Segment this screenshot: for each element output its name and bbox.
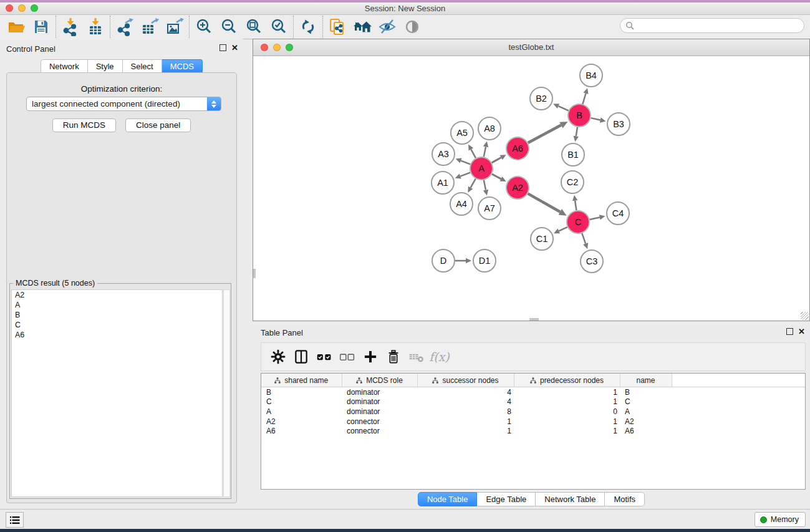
graph-node-C1[interactable]: C1: [531, 228, 553, 250]
search-input[interactable]: [635, 21, 793, 31]
run-mcds-button[interactable]: Run MCDS: [52, 118, 116, 132]
table-cell[interactable]: 8: [417, 407, 514, 417]
graph-node-B4[interactable]: B4: [580, 64, 602, 87]
table-cell[interactable]: 1: [514, 417, 620, 427]
network-resize-grip[interactable]: [801, 312, 809, 320]
graph-node-A8[interactable]: A8: [478, 117, 501, 140]
graph-node-B[interactable]: B: [568, 104, 591, 127]
close-panel-button[interactable]: Close panel: [125, 118, 191, 132]
mcds-result-item[interactable]: A2: [12, 290, 222, 300]
graph-node-A1[interactable]: A1: [432, 172, 454, 194]
table-cell[interactable]: dominator: [342, 407, 417, 417]
mcds-result-item[interactable]: A: [12, 300, 222, 310]
tab-select[interactable]: Select: [123, 59, 162, 74]
tab-network-table[interactable]: Network Table: [536, 492, 605, 506]
tab-network[interactable]: Network: [41, 59, 88, 74]
table-cell[interactable]: dominator: [342, 397, 417, 407]
table-row[interactable]: A2connector11A2: [261, 417, 805, 427]
delete-table-icon[interactable]: [405, 345, 428, 369]
column-header-predecessor-nodes[interactable]: predecessor nodes: [514, 374, 620, 387]
table-cell[interactable]: connector: [342, 417, 417, 427]
mcds-result-item[interactable]: C: [12, 320, 222, 330]
show-graphics-details-icon[interactable]: [400, 16, 425, 37]
table-row[interactable]: A6connector11A6: [261, 426, 805, 436]
graph-node-B3[interactable]: B3: [607, 113, 630, 135]
float-panel-icon[interactable]: [219, 44, 226, 51]
graph-node-A4[interactable]: A4: [450, 193, 473, 215]
import-network-icon[interactable]: [58, 16, 83, 37]
table-cell[interactable]: 1: [514, 387, 620, 397]
delete-row-icon[interactable]: [382, 345, 405, 369]
graph-node-C2[interactable]: C2: [561, 171, 584, 193]
save-session-icon[interactable]: [29, 16, 54, 37]
zoom-fit-icon[interactable]: [241, 16, 266, 37]
select-all-icon[interactable]: [312, 345, 335, 369]
graph-node-D1[interactable]: D1: [473, 249, 496, 272]
graph-node-A3[interactable]: A3: [432, 143, 455, 165]
table-cell[interactable]: C: [261, 397, 342, 407]
tab-node-table[interactable]: Node Table: [418, 492, 478, 506]
network-canvas[interactable]: AA1A2A3A4A5A6A7A8BB1B2B3B4CC1C2C3C4DD1: [253, 56, 809, 321]
graph-node-C3[interactable]: C3: [581, 250, 603, 273]
column-header-shared-name[interactable]: shared name: [261, 374, 342, 387]
zoom-in-icon[interactable]: [191, 16, 216, 37]
table-cell[interactable]: B: [261, 387, 342, 397]
deselect-all-icon[interactable]: [335, 345, 359, 369]
table-cell[interactable]: A6: [620, 426, 672, 436]
open-session-icon[interactable]: [4, 16, 29, 37]
column-header-MCDS-role[interactable]: MCDS role: [342, 374, 417, 387]
graph-node-C4[interactable]: C4: [607, 202, 629, 225]
table-cell[interactable]: A6: [261, 426, 342, 436]
search-box[interactable]: [620, 18, 804, 33]
graph-node-A5[interactable]: A5: [451, 122, 473, 144]
close-panel-icon[interactable]: ✕: [231, 44, 238, 51]
table-cell[interactable]: 1: [417, 417, 514, 427]
tab-motifs[interactable]: Motifs: [605, 492, 645, 506]
tab-edge-table[interactable]: Edge Table: [477, 492, 536, 506]
table-row[interactable]: Adominator80A: [261, 407, 805, 417]
table-cell[interactable]: 1: [417, 426, 514, 436]
export-table-icon[interactable]: [137, 16, 162, 37]
column-header-name[interactable]: name: [620, 374, 672, 387]
task-history-button[interactable]: [6, 512, 24, 528]
graph-node-B2[interactable]: B2: [530, 87, 552, 110]
mcds-result-item[interactable]: A6: [12, 330, 222, 340]
graph-node-A6[interactable]: A6: [506, 137, 529, 160]
table-cell[interactable]: A: [620, 407, 672, 417]
table-row[interactable]: Cdominator41C: [261, 397, 805, 407]
table-cell[interactable]: 1: [514, 426, 620, 436]
hide-graphics-details-icon[interactable]: [375, 16, 400, 37]
memory-button[interactable]: Memory: [755, 512, 806, 527]
float-table-panel-icon[interactable]: [786, 328, 793, 335]
table-cell[interactable]: 4: [417, 387, 514, 397]
function-builder-icon[interactable]: f(x): [428, 345, 451, 369]
table-cell[interactable]: connector: [342, 426, 417, 436]
table-cell[interactable]: C: [620, 397, 672, 407]
table-settings-icon[interactable]: [266, 345, 289, 369]
network-horizontal-scroll-thumb[interactable]: [529, 318, 539, 321]
export-network-icon[interactable]: [112, 16, 137, 37]
export-image-icon[interactable]: [162, 16, 187, 37]
column-selector-icon[interactable]: [289, 345, 312, 369]
table-cell[interactable]: 1: [514, 397, 620, 407]
column-header-successor-nodes[interactable]: successor nodes: [417, 374, 514, 387]
tab-mcds[interactable]: MCDS: [162, 59, 203, 74]
table-cell[interactable]: dominator: [342, 387, 417, 397]
table-cell[interactable]: A2: [261, 417, 342, 427]
graph-node-A2[interactable]: A2: [506, 177, 529, 199]
graph-node-B1[interactable]: B1: [562, 143, 584, 166]
refresh-icon[interactable]: [296, 16, 321, 37]
zoom-selected-icon[interactable]: [266, 16, 291, 37]
graph-node-A7[interactable]: A7: [478, 197, 501, 220]
table-cell[interactable]: A2: [620, 417, 672, 427]
tab-style[interactable]: Style: [88, 59, 123, 74]
graph-node-C[interactable]: C: [567, 211, 589, 233]
mcds-result-scrollbar[interactable]: [223, 289, 230, 497]
graph-node-D[interactable]: D: [432, 249, 455, 272]
graph-node-A[interactable]: A: [470, 157, 493, 180]
add-row-icon[interactable]: [359, 345, 382, 369]
table-cell[interactable]: 0: [514, 407, 620, 417]
table-row[interactable]: Bdominator41B: [261, 387, 805, 397]
zoom-out-icon[interactable]: [216, 16, 241, 37]
table-cell[interactable]: 4: [417, 397, 514, 407]
